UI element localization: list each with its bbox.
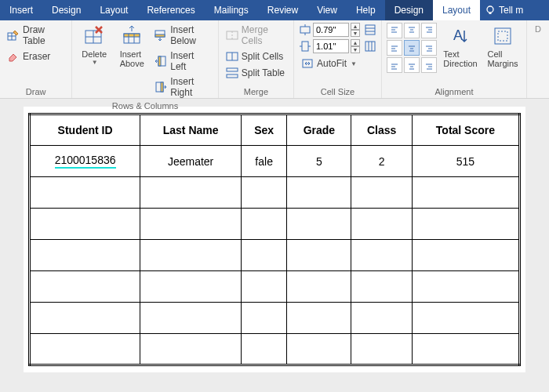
table-header-row[interactable]: Student ID Last Name Sex Grade Class Tot… [30,114,520,146]
height-down[interactable]: ▼ [351,30,360,37]
insert-above-button[interactable]: InsertAbove [115,23,149,100]
table-cell[interactable] [140,271,242,303]
cell-margins-button[interactable]: CellMargins [484,23,522,85]
table-cell[interactable]: 2100015836 [30,146,140,177]
autofit-button[interactable]: AutoFit ▼ [299,56,376,71]
split-cells-button[interactable]: Split Cells [224,49,289,64]
table-cell[interactable] [287,334,351,365]
eraser-button[interactable]: Eraser [5,49,67,64]
table-row[interactable] [30,303,520,334]
tab-mailings[interactable]: Mailings [205,0,258,20]
table-cell[interactable] [30,271,140,303]
header-student-id[interactable]: Student ID [30,114,140,146]
table-cell[interactable] [140,303,242,334]
header-sex[interactable]: Sex [242,114,287,146]
table-cell[interactable] [412,177,519,209]
align-mid-center[interactable] [404,40,420,56]
table-row[interactable] [30,240,520,271]
distribute-rows-icon[interactable] [364,24,376,36]
table-cell[interactable] [351,303,412,334]
table-cell[interactable] [287,177,351,209]
table-cell[interactable]: fale [242,146,287,177]
table-cell[interactable] [412,334,519,365]
align-bot-left[interactable] [387,57,402,73]
insert-right-button[interactable]: Insert Right [152,74,213,100]
table-cell[interactable] [351,334,412,365]
table-cell[interactable] [412,240,519,271]
tab-references[interactable]: References [137,0,204,20]
col-width-input[interactable] [313,39,349,53]
tab-review[interactable]: Review [258,0,307,20]
draw-table-button[interactable]: Draw Table [5,23,67,48]
header-total-score[interactable]: Total Score [412,114,519,146]
table-cell[interactable] [242,303,287,334]
insert-below-button[interactable]: Insert Below [152,23,213,48]
table-row[interactable] [30,271,520,303]
table-cell[interactable] [412,271,519,303]
table-cell[interactable] [351,240,412,271]
align-top-left[interactable] [387,23,402,38]
tell-me[interactable]: Tell m [480,0,528,20]
student-table[interactable]: Student ID Last Name Sex Grade Class Tot… [28,113,521,366]
table-cell[interactable] [30,240,140,271]
tab-insert[interactable]: Insert [0,0,42,20]
table-cell[interactable] [242,334,287,365]
table-cell[interactable] [30,177,140,209]
table-row[interactable]: 2100015836Jeematerfale52515 [30,146,520,177]
height-up[interactable]: ▲ [351,23,360,30]
table-cell[interactable] [30,303,140,334]
tab-view[interactable]: View [307,0,347,20]
table-cell[interactable] [351,271,412,303]
table-row[interactable] [30,209,520,240]
align-top-right[interactable] [421,23,437,38]
tab-table-layout[interactable]: Layout [433,0,480,20]
table-cell[interactable] [30,209,140,240]
table-cell[interactable] [30,334,140,365]
table-cell[interactable]: Jeemater [140,146,242,177]
table-cell[interactable] [140,240,242,271]
table-cell[interactable] [242,240,287,271]
row-height-input[interactable] [313,23,349,37]
table-cell[interactable] [287,303,351,334]
table-cell[interactable] [140,334,242,365]
table-cell[interactable] [351,209,412,240]
header-class[interactable]: Class [351,114,412,146]
align-bot-center[interactable] [404,57,420,73]
width-down[interactable]: ▼ [351,46,360,53]
align-top-center[interactable] [404,23,420,38]
table-cell[interactable]: 5 [287,146,351,177]
text-direction-button[interactable]: A TextDirection [440,23,481,85]
table-cell[interactable] [242,177,287,209]
table-cell[interactable] [287,271,351,303]
tab-help[interactable]: Help [347,0,385,20]
tab-layout[interactable]: Layout [90,0,137,20]
tab-table-design[interactable]: Design [385,0,433,20]
header-last-name[interactable]: Last Name [140,114,242,146]
table-cell[interactable]: 2 [351,146,412,177]
header-grade[interactable]: Grade [287,114,351,146]
split-table-button[interactable]: Split Table [224,65,289,81]
delete-button[interactable]: Delete ▼ [77,23,111,100]
insert-left-button[interactable]: Insert Left [152,49,213,74]
merge-cells-button[interactable]: Merge Cells [224,23,289,48]
table-cell[interactable] [287,240,351,271]
table-cell[interactable] [242,209,287,240]
distribute-cols-icon[interactable] [364,40,376,53]
table-cell[interactable] [412,303,519,334]
align-bot-right[interactable] [421,57,437,73]
svg-rect-25 [365,25,375,34]
align-mid-right[interactable] [421,40,437,56]
table-cell[interactable] [351,177,412,209]
align-mid-left[interactable] [387,40,402,56]
table-cell[interactable] [140,209,242,240]
table-cell[interactable] [140,177,242,209]
table-row[interactable] [30,177,520,209]
tab-design[interactable]: Design [42,0,90,20]
document-area[interactable]: Student ID Last Name Sex Grade Class Tot… [0,99,549,392]
width-up[interactable]: ▲ [351,39,360,46]
table-cell[interactable] [412,209,519,240]
table-cell[interactable] [287,209,351,240]
table-cell[interactable]: 515 [412,146,519,177]
table-cell[interactable] [242,271,287,303]
table-row[interactable] [30,334,520,365]
